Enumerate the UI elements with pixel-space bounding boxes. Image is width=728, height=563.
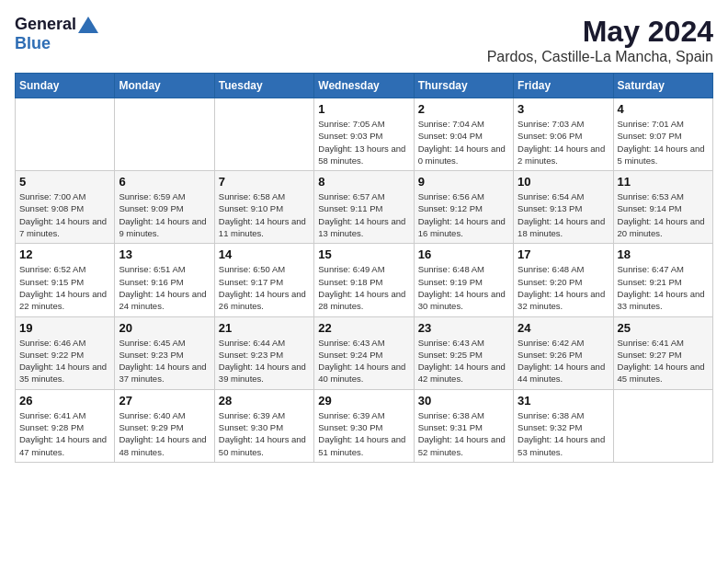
calendar-cell: 4Sunrise: 7:01 AMSunset: 9:07 PMDaylight…: [613, 98, 712, 171]
calendar-cell: 31Sunrise: 6:38 AMSunset: 9:32 PMDayligh…: [514, 389, 613, 462]
day-number: 18: [618, 247, 709, 261]
calendar-cell: 29Sunrise: 6:39 AMSunset: 9:30 PMDayligh…: [314, 389, 414, 462]
location-title: Pardos, Castille-La Mancha, Spain: [487, 49, 713, 65]
day-number: 29: [318, 394, 409, 408]
calendar-cell: 22Sunrise: 6:43 AMSunset: 9:24 PMDayligh…: [314, 316, 414, 389]
logo: General Blue: [15, 15, 100, 53]
calendar-cell: 10Sunrise: 6:54 AMSunset: 9:13 PMDayligh…: [514, 171, 613, 244]
day-info: Sunrise: 6:54 AMSunset: 9:13 PMDaylight:…: [518, 190, 609, 239]
day-info: Sunrise: 6:39 AMSunset: 9:30 PMDaylight:…: [219, 409, 310, 458]
calendar-cell: [214, 98, 313, 171]
calendar-cell: 13Sunrise: 6:51 AMSunset: 9:16 PMDayligh…: [115, 244, 214, 316]
day-info: Sunrise: 6:43 AMSunset: 9:25 PMDaylight:…: [418, 337, 509, 385]
calendar-cell: 5Sunrise: 7:00 AMSunset: 9:08 PMDaylight…: [16, 171, 115, 244]
month-title: May 2024: [487, 15, 713, 49]
calendar-cell: 30Sunrise: 6:38 AMSunset: 9:31 PMDayligh…: [414, 389, 513, 462]
day-info: Sunrise: 6:39 AMSunset: 9:30 PMDaylight:…: [318, 409, 409, 458]
day-number: 1: [318, 102, 409, 116]
calendar-cell: 6Sunrise: 6:59 AMSunset: 9:09 PMDaylight…: [115, 171, 214, 244]
calendar-cell: 8Sunrise: 6:57 AMSunset: 9:11 PMDaylight…: [314, 171, 414, 244]
logo-icon: [78, 17, 98, 33]
calendar-header-friday: Friday: [514, 74, 613, 98]
day-info: Sunrise: 6:41 AMSunset: 9:28 PMDaylight:…: [19, 409, 110, 458]
day-number: 22: [318, 321, 409, 335]
day-number: 26: [19, 394, 110, 408]
calendar-header-row: SundayMondayTuesdayWednesdayThursdayFrid…: [16, 74, 713, 98]
day-number: 6: [119, 175, 210, 189]
day-number: 24: [518, 321, 609, 335]
calendar-table: SundayMondayTuesdayWednesdayThursdayFrid…: [15, 73, 713, 463]
calendar-week-row: 1Sunrise: 7:05 AMSunset: 9:03 PMDaylight…: [16, 98, 713, 171]
day-info: Sunrise: 6:51 AMSunset: 9:16 PMDaylight:…: [119, 263, 210, 312]
logo-blue: Blue: [15, 34, 51, 52]
day-number: 10: [518, 175, 609, 189]
day-number: 20: [119, 321, 210, 335]
day-info: Sunrise: 6:52 AMSunset: 9:15 PMDaylight:…: [19, 263, 110, 312]
calendar-cell: 16Sunrise: 6:48 AMSunset: 9:19 PMDayligh…: [414, 244, 513, 316]
calendar-cell: 7Sunrise: 6:58 AMSunset: 9:10 PMDaylight…: [214, 171, 313, 244]
title-area: May 2024 Pardos, Castille-La Mancha, Spa…: [487, 15, 713, 65]
calendar-cell: 15Sunrise: 6:49 AMSunset: 9:18 PMDayligh…: [314, 244, 414, 316]
day-info: Sunrise: 6:44 AMSunset: 9:23 PMDaylight:…: [219, 337, 310, 385]
calendar-header-saturday: Saturday: [613, 74, 712, 98]
day-info: Sunrise: 7:04 AMSunset: 9:04 PMDaylight:…: [418, 118, 509, 167]
day-info: Sunrise: 7:05 AMSunset: 9:03 PMDaylight:…: [318, 118, 409, 167]
day-info: Sunrise: 6:50 AMSunset: 9:17 PMDaylight:…: [219, 263, 310, 312]
day-info: Sunrise: 6:59 AMSunset: 9:09 PMDaylight:…: [119, 190, 210, 239]
day-info: Sunrise: 6:43 AMSunset: 9:24 PMDaylight:…: [318, 337, 409, 385]
day-info: Sunrise: 6:38 AMSunset: 9:31 PMDaylight:…: [418, 409, 509, 458]
calendar-cell: 18Sunrise: 6:47 AMSunset: 9:21 PMDayligh…: [613, 244, 712, 316]
calendar-cell: 27Sunrise: 6:40 AMSunset: 9:29 PMDayligh…: [115, 389, 214, 462]
calendar-cell: 9Sunrise: 6:56 AMSunset: 9:12 PMDaylight…: [414, 171, 513, 244]
day-number: 5: [19, 175, 110, 189]
calendar-cell: 17Sunrise: 6:48 AMSunset: 9:20 PMDayligh…: [514, 244, 613, 316]
day-info: Sunrise: 6:48 AMSunset: 9:19 PMDaylight:…: [418, 263, 509, 312]
day-number: 9: [418, 175, 509, 189]
calendar-week-row: 5Sunrise: 7:00 AMSunset: 9:08 PMDaylight…: [16, 171, 713, 244]
day-info: Sunrise: 6:48 AMSunset: 9:20 PMDaylight:…: [518, 263, 609, 312]
calendar-cell: [115, 98, 214, 171]
day-info: Sunrise: 6:41 AMSunset: 9:27 PMDaylight:…: [618, 337, 709, 385]
day-info: Sunrise: 7:03 AMSunset: 9:06 PMDaylight:…: [518, 118, 609, 167]
calendar-header-sunday: Sunday: [16, 74, 115, 98]
day-info: Sunrise: 6:57 AMSunset: 9:11 PMDaylight:…: [318, 190, 409, 239]
day-info: Sunrise: 6:46 AMSunset: 9:22 PMDaylight:…: [19, 337, 110, 385]
day-number: 13: [119, 247, 210, 261]
day-number: 16: [418, 247, 509, 261]
day-number: 4: [618, 102, 709, 116]
header: General Blue May 2024 Pardos, Castille-L…: [15, 15, 713, 65]
calendar-cell: [613, 389, 712, 462]
day-number: 19: [19, 321, 110, 335]
day-number: 30: [418, 394, 509, 408]
calendar-cell: 20Sunrise: 6:45 AMSunset: 9:23 PMDayligh…: [115, 316, 214, 389]
day-info: Sunrise: 6:58 AMSunset: 9:10 PMDaylight:…: [219, 190, 310, 239]
day-info: Sunrise: 6:56 AMSunset: 9:12 PMDaylight:…: [418, 190, 509, 239]
calendar-week-row: 26Sunrise: 6:41 AMSunset: 9:28 PMDayligh…: [16, 389, 713, 462]
day-number: 11: [618, 175, 709, 189]
day-number: 2: [418, 102, 509, 116]
day-number: 28: [219, 394, 310, 408]
calendar-week-row: 12Sunrise: 6:52 AMSunset: 9:15 PMDayligh…: [16, 244, 713, 316]
calendar-cell: 21Sunrise: 6:44 AMSunset: 9:23 PMDayligh…: [214, 316, 313, 389]
day-number: 25: [618, 321, 709, 335]
logo-general: General: [15, 15, 76, 34]
day-info: Sunrise: 6:47 AMSunset: 9:21 PMDaylight:…: [618, 263, 709, 312]
calendar-cell: 24Sunrise: 6:42 AMSunset: 9:26 PMDayligh…: [514, 316, 613, 389]
calendar-header-wednesday: Wednesday: [314, 74, 414, 98]
day-number: 17: [518, 247, 609, 261]
calendar-cell: 19Sunrise: 6:46 AMSunset: 9:22 PMDayligh…: [16, 316, 115, 389]
day-info: Sunrise: 6:42 AMSunset: 9:26 PMDaylight:…: [518, 337, 609, 385]
calendar-cell: [16, 98, 115, 171]
day-number: 12: [19, 247, 110, 261]
calendar-cell: 3Sunrise: 7:03 AMSunset: 9:06 PMDaylight…: [514, 98, 613, 171]
day-number: 31: [518, 394, 609, 408]
day-number: 8: [318, 175, 409, 189]
day-info: Sunrise: 6:49 AMSunset: 9:18 PMDaylight:…: [318, 263, 409, 312]
day-number: 21: [219, 321, 310, 335]
day-number: 3: [518, 102, 609, 116]
day-info: Sunrise: 7:00 AMSunset: 9:08 PMDaylight:…: [19, 190, 110, 239]
svg-marker-0: [78, 17, 98, 33]
calendar-header-tuesday: Tuesday: [214, 74, 313, 98]
calendar-cell: 1Sunrise: 7:05 AMSunset: 9:03 PMDaylight…: [314, 98, 414, 171]
calendar-week-row: 19Sunrise: 6:46 AMSunset: 9:22 PMDayligh…: [16, 316, 713, 389]
